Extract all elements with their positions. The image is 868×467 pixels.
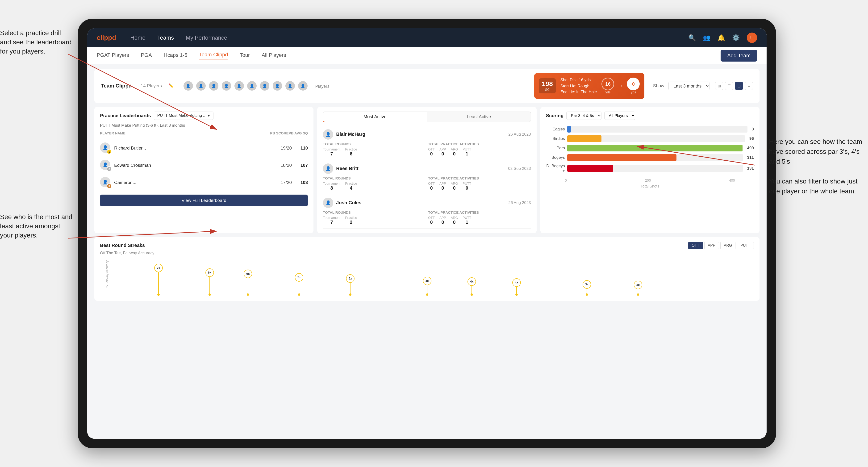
rank-badge-2: 2 <box>106 166 112 172</box>
streak-dot-bottom <box>157 293 160 296</box>
people-icon[interactable]: 👥 <box>703 34 710 41</box>
scoring-par-filter[interactable]: Par 3, 4 & 5s <box>566 112 601 120</box>
subnav-hcaps[interactable]: Hcaps 1-5 <box>164 52 187 59</box>
player-count: | 14 Players <box>138 83 162 88</box>
streak-dot-circle: 5x <box>295 273 303 282</box>
streaks-filter-group: OTT APP ARG PUTT <box>688 242 754 249</box>
search-icon[interactable]: 🔍 <box>688 34 696 41</box>
bar-fill <box>567 145 743 151</box>
streak-dot-circle: 3x <box>634 281 642 289</box>
scoring-player-filter[interactable]: All Players <box>604 112 635 120</box>
streaks-chart: % Fairway Accuracy 7x6x6x5x5x4x4x4x3x3x <box>107 258 747 296</box>
subnav-all-players[interactable]: All Players <box>261 52 286 59</box>
bar-count: 131 <box>747 166 754 171</box>
edit-icon[interactable]: ✏️ <box>168 83 174 88</box>
avatar-9: 👤 <box>285 81 295 91</box>
practice-filter-button[interactable]: PUTT Must Make Putting ... ▾ <box>154 112 214 120</box>
least-active-toggle[interactable]: Least Active <box>427 112 531 122</box>
settings-icon[interactable]: ⚙️ <box>732 34 740 41</box>
rank-badge-3: 3 <box>106 184 112 189</box>
list-item: 👤 Rees Britt 02 Sep 2023 Total Rounds To… <box>323 160 531 194</box>
shot-info: Shot Dist: 16 yds Start Lie: Rough End L… <box>560 77 597 95</box>
subnav-pgat[interactable]: PGAT Players <box>97 52 129 59</box>
detail-view-icon[interactable]: ≡ <box>745 82 753 90</box>
tablet-frame: clippd Home Teams My Performance 🔍 👥 🔔 ⚙… <box>78 19 776 448</box>
card-view-icon[interactable]: ⊟ <box>735 82 743 90</box>
bar-track <box>567 135 745 142</box>
josh-avatar: 👤 <box>323 198 333 208</box>
rees-stats: Total Rounds Tournament8 Practice4 Total… <box>323 176 531 191</box>
avatar-8: 👤 <box>272 81 283 91</box>
bar-label: Bogeys <box>546 155 565 160</box>
nav-home[interactable]: Home <box>130 34 145 41</box>
activity-card: Most Active Least Active 👤 Blair McHarg … <box>317 107 536 233</box>
x-axis-labels: 0 200 400 <box>546 178 754 182</box>
players-label: Players <box>315 84 329 89</box>
three-column-grid: Practice Leaderboards PUTT Must Make Put… <box>94 107 760 233</box>
nav-my-performance[interactable]: My Performance <box>186 34 227 41</box>
streak-filter-putt[interactable]: PUTT <box>737 242 754 249</box>
streak-filter-arg[interactable]: ARG <box>720 242 736 249</box>
rees-date: 02 Sep 2023 <box>508 166 531 171</box>
streak-filter-ott[interactable]: OTT <box>688 242 703 249</box>
rees-name: Rees Britt <box>336 166 505 171</box>
shot-circle-end: 0 <box>627 77 640 90</box>
avatar-1: 👤 <box>183 81 193 91</box>
streak-dot-circle: 4x <box>423 277 431 285</box>
practice-subtitle: PUTT Must Make Putting (3-6 ft), Last 3 … <box>100 123 308 128</box>
shot-card: 198 SC Shot Dist: 16 yds Start Lie: Roug… <box>534 73 644 99</box>
player-name-1: Richard Butler... <box>114 146 276 151</box>
player-name-3: Cameron... <box>114 180 276 185</box>
streak-dot-bottom <box>516 293 518 296</box>
table-row: 👤 2 Edward Crossman 18/20 107 <box>100 157 308 174</box>
streak-dot-bottom <box>470 293 473 296</box>
streak-line <box>158 272 159 296</box>
shot-distance-number: 198 <box>542 80 553 88</box>
view-full-leaderboard-button[interactable]: View Full Leaderboard <box>100 195 308 206</box>
streak-dot-bottom <box>637 293 639 296</box>
scoring-card: Scoring Par 3, 4 & 5s All Players Eagles… <box>540 107 760 233</box>
practice-leaderboards-title: Practice Leaderboards <box>100 113 151 118</box>
player-avg-1: 110 <box>296 146 308 151</box>
bar-track <box>567 126 747 132</box>
add-team-button[interactable]: Add Team <box>720 50 757 62</box>
bar-label: Pars <box>546 146 565 151</box>
blair-avatar: 👤 <box>323 129 333 139</box>
show-label: Show <box>653 83 664 88</box>
player-score-2: 18/20 <box>279 163 293 168</box>
avatar-10: 👤 <box>298 81 308 91</box>
annotation-most-least-active: See who is the most and least active amo… <box>0 212 73 240</box>
subnav-team-clippd[interactable]: Team Clippd <box>199 52 228 59</box>
tablet-screen: clippd Home Teams My Performance 🔍 👥 🔔 ⚙… <box>87 28 767 439</box>
subnav-pga[interactable]: PGA <box>141 52 152 59</box>
active-player-header-1: 👤 Blair McHarg 26 Aug 2023 <box>323 129 531 139</box>
streak-dot-circle: 4x <box>467 277 476 286</box>
avatar-5: 👤 <box>234 81 244 91</box>
streak-filter-app[interactable]: APP <box>704 242 719 249</box>
active-player-header-3: 👤 Josh Coles 26 Aug 2023 <box>323 198 531 208</box>
user-avatar[interactable]: U <box>747 33 757 43</box>
grid-view-icon[interactable]: ⊞ <box>715 82 723 90</box>
bell-icon[interactable]: 🔔 <box>717 34 725 41</box>
shot-distance-badge: 198 SC <box>539 78 556 93</box>
navbar-links: Home Teams My Performance <box>130 34 688 41</box>
navbar: clippd Home Teams My Performance 🔍 👥 🔔 ⚙… <box>87 28 767 47</box>
bar-fill <box>567 165 613 172</box>
streak-dot-circle: 5x <box>346 274 354 283</box>
blair-activities: Total Practice Activities OTT0 APP0 ARG0… <box>428 142 531 157</box>
streaks-header: Best Round Streaks OTT APP ARG PUTT <box>100 242 754 249</box>
bar-track <box>567 145 743 151</box>
blair-name: Blair McHarg <box>336 132 505 137</box>
subnav-tour[interactable]: Tour <box>240 52 250 59</box>
avatar-2: 👤 <box>196 81 206 91</box>
blair-rounds-values: Tournament 7 Practice 6 <box>323 148 426 157</box>
josh-name: Josh Coles <box>336 200 505 206</box>
most-active-toggle[interactable]: Most Active <box>323 112 427 122</box>
bar-row: D. Bogeys +131 <box>546 164 754 173</box>
team-name: Team Clippd <box>101 83 132 89</box>
streak-dot-circle: 4x <box>512 278 521 287</box>
nav-teams[interactable]: Teams <box>157 34 174 41</box>
list-view-icon[interactable]: ☰ <box>725 82 733 90</box>
blair-rounds-label: Total Rounds <box>323 142 426 146</box>
show-select[interactable]: Last 3 months Last 6 months Last year <box>669 82 710 90</box>
